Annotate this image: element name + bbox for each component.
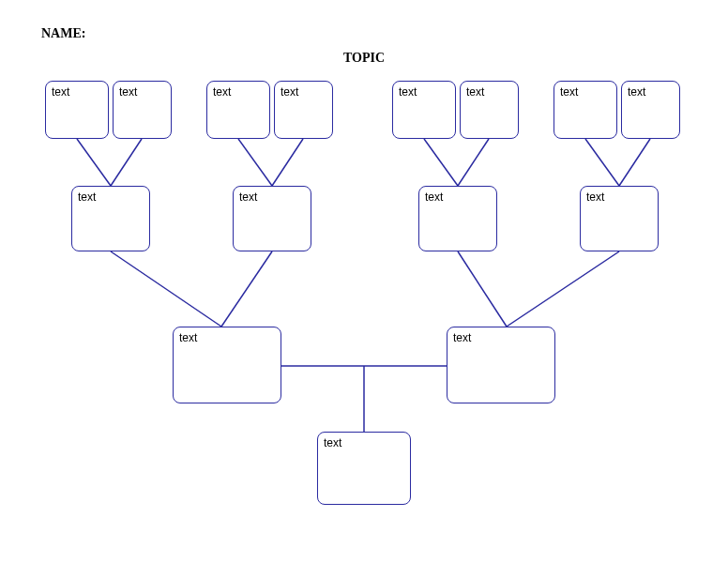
node-label: text xyxy=(324,436,341,449)
svg-line-2 xyxy=(238,139,272,186)
svg-line-1 xyxy=(111,139,142,186)
node-label: text xyxy=(586,190,604,204)
tree-node-r3-0[interactable]: text xyxy=(173,327,281,403)
node-label: text xyxy=(425,190,443,204)
svg-line-7 xyxy=(619,139,650,186)
tree-node-r4-0[interactable]: text xyxy=(317,432,411,505)
node-label: text xyxy=(119,85,137,99)
node-label: text xyxy=(466,85,484,99)
node-label: text xyxy=(213,85,231,99)
tree-node-r3-1[interactable]: text xyxy=(447,327,555,403)
tree-node-r1-2[interactable]: text xyxy=(206,81,270,139)
svg-line-6 xyxy=(585,139,619,186)
tree-node-r2-3[interactable]: text xyxy=(580,186,659,251)
tree-node-r1-7[interactable]: text xyxy=(621,81,680,139)
tree-node-r1-1[interactable]: text xyxy=(113,81,172,139)
node-label: text xyxy=(399,85,417,99)
svg-line-0 xyxy=(77,139,111,186)
node-label: text xyxy=(281,85,298,99)
node-label: text xyxy=(239,190,257,204)
svg-line-8 xyxy=(111,251,221,327)
tree-node-r2-1[interactable]: text xyxy=(233,186,311,251)
node-label: text xyxy=(560,85,578,99)
tree-node-r1-5[interactable]: text xyxy=(460,81,519,139)
tree-node-r2-2[interactable]: text xyxy=(418,186,497,251)
svg-line-4 xyxy=(424,139,458,186)
node-label: text xyxy=(453,331,471,344)
svg-line-11 xyxy=(507,251,619,327)
svg-line-5 xyxy=(458,139,489,186)
tree-node-r2-0[interactable]: text xyxy=(71,186,150,251)
node-label: text xyxy=(78,190,96,204)
node-label: text xyxy=(52,85,69,99)
tree-node-r1-3[interactable]: text xyxy=(274,81,333,139)
tree-node-r1-0[interactable]: text xyxy=(45,81,109,139)
node-label: text xyxy=(628,85,645,99)
tree-node-r1-6[interactable]: text xyxy=(554,81,617,139)
tree-node-r1-4[interactable]: text xyxy=(392,81,456,139)
svg-line-10 xyxy=(458,251,507,327)
svg-line-9 xyxy=(221,251,272,327)
node-label: text xyxy=(179,331,197,344)
svg-line-3 xyxy=(272,139,303,186)
